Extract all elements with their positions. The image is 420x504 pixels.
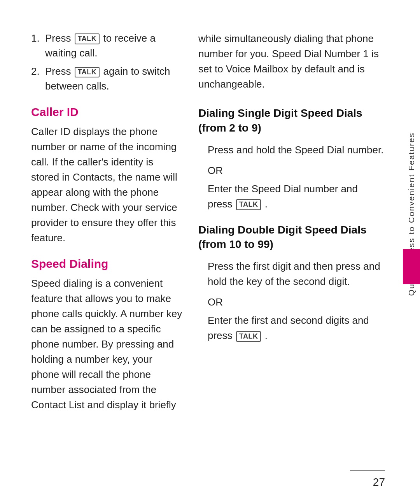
single-digit-heading: Dialing Single Digit Speed Dials (from 2… (198, 106, 385, 135)
page-container: 1. Press TALK to receive a waiting call.… (0, 0, 420, 504)
content-area: 1. Press TALK to receive a waiting call.… (0, 31, 420, 424)
right-intro-text: while simultaneously dialing that phone … (198, 31, 385, 92)
single-digit-or: OR (208, 165, 385, 177)
double-digit-option1: Press the first digit and then press and… (208, 259, 385, 289)
numbered-list: 1. Press TALK to receive a waiting call.… (31, 31, 183, 94)
talk-badge-1: TALK (75, 33, 100, 44)
right-column: while simultaneously dialing that phone … (198, 31, 397, 424)
talk-badge-2: TALK (75, 67, 100, 78)
single-digit-option1: Press and hold the Speed Dial number. (208, 142, 385, 158)
divider-line (350, 470, 385, 471)
caller-id-heading: Caller ID (31, 105, 183, 119)
double-digit-section: Dialing Double Digit Speed Dials (from 1… (198, 223, 385, 344)
talk-badge-double: TALK (236, 331, 261, 342)
list-number-1: 1. (31, 31, 45, 46)
speed-dialing-heading: Speed Dialing (31, 257, 183, 270)
list-item-1: 1. Press TALK to receive a waiting call. (31, 31, 183, 60)
list-number-2: 2. (31, 64, 45, 79)
list-text-2: Press TALK again to switch between calls… (45, 64, 183, 93)
double-digit-heading: Dialing Double Digit Speed Dials (from 1… (198, 223, 385, 252)
list-text-before-1: Press (45, 32, 71, 44)
double-digit-option2-after: . (265, 330, 268, 341)
list-text-1: Press TALK to receive a waiting call. (45, 31, 183, 60)
caller-id-section: Caller ID Caller ID displays the phone n… (31, 105, 183, 246)
single-digit-content: Press and hold the Speed Dial number. OR… (198, 142, 385, 212)
caller-id-body: Caller ID displays the phone number or n… (31, 124, 183, 246)
single-digit-section: Dialing Single Digit Speed Dials (from 2… (198, 106, 385, 212)
page-number: 27 (373, 476, 385, 488)
sidebar-tab: Quick Access to Convenient Features (403, 128, 420, 261)
single-digit-option2-after: . (265, 198, 268, 210)
single-digit-option2: Enter the Speed Dial number and press TA… (208, 181, 385, 212)
left-column: 1. Press TALK to receive a waiting call.… (31, 31, 183, 424)
single-digit-option2-before: Enter the Speed Dial number and press (208, 183, 358, 210)
double-digit-option2: Enter the first and second digits and pr… (208, 313, 385, 343)
list-item-2: 2. Press TALK again to switch between ca… (31, 64, 183, 93)
speed-dialing-body: Speed dialing is a convenient feature th… (31, 276, 183, 413)
talk-badge-single: TALK (236, 199, 261, 210)
double-digit-content: Press the first digit and then press and… (198, 259, 385, 343)
list-text-before-2: Press (45, 65, 71, 77)
sidebar-accent (403, 249, 420, 284)
double-digit-or: OR (208, 296, 385, 308)
double-digit-option2-before: Enter the first and second digits and pr… (208, 314, 369, 341)
speed-dialing-section: Speed Dialing Speed dialing is a conveni… (31, 257, 183, 413)
